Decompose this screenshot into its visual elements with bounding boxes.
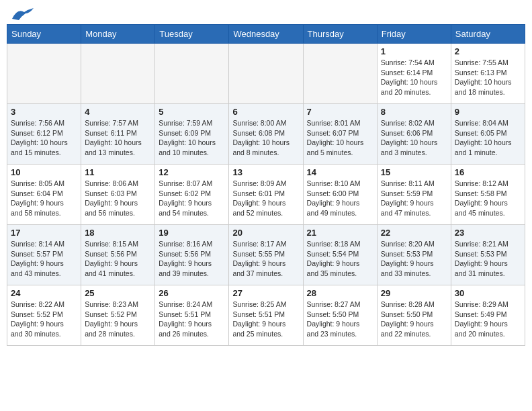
day-info: Sunrise: 8:01 AMSunset: 6:07 PMDaylight:… <box>307 118 373 158</box>
calendar-week-row: 24Sunrise: 8:22 AMSunset: 5:52 PMDayligh… <box>7 285 525 346</box>
calendar-table: SundayMondayTuesdayWednesdayThursdayFrid… <box>7 24 525 346</box>
day-number: 26 <box>159 288 225 298</box>
day-info: Sunrise: 8:16 AMSunset: 5:56 PMDaylight:… <box>159 239 225 279</box>
calendar-cell: 16Sunrise: 8:12 AMSunset: 5:58 PMDayligh… <box>451 165 525 225</box>
calendar-cell: 12Sunrise: 8:07 AMSunset: 6:02 PMDayligh… <box>155 165 229 225</box>
day-info: Sunrise: 8:07 AMSunset: 6:02 PMDaylight:… <box>159 179 225 218</box>
day-info: Sunrise: 8:02 AMSunset: 6:06 PMDaylight:… <box>381 118 447 158</box>
day-info: Sunrise: 7:55 AMSunset: 6:13 PMDaylight:… <box>455 58 521 97</box>
day-info: Sunrise: 8:15 AMSunset: 5:56 PMDaylight:… <box>85 239 151 279</box>
day-info: Sunrise: 8:00 AMSunset: 6:08 PMDaylight:… <box>232 118 299 158</box>
day-number: 6 <box>232 107 299 117</box>
day-number: 27 <box>232 288 299 298</box>
day-info: Sunrise: 7:54 AMSunset: 6:14 PMDaylight:… <box>381 58 447 97</box>
day-info: Sunrise: 8:25 AMSunset: 5:51 PMDaylight:… <box>232 300 299 339</box>
day-number: 15 <box>381 167 447 177</box>
calendar-cell: 22Sunrise: 8:20 AMSunset: 5:53 PMDayligh… <box>377 225 451 285</box>
calendar-cell: 1Sunrise: 7:54 AMSunset: 6:14 PMDaylight… <box>377 44 451 104</box>
calendar-cell: 11Sunrise: 8:06 AMSunset: 6:03 PMDayligh… <box>81 165 155 225</box>
calendar-week-row: 1Sunrise: 7:54 AMSunset: 6:14 PMDaylight… <box>7 44 525 104</box>
calendar-cell: 4Sunrise: 7:57 AMSunset: 6:11 PMDaylight… <box>81 104 155 165</box>
day-info: Sunrise: 7:56 AMSunset: 6:12 PMDaylight:… <box>11 118 77 158</box>
day-info: Sunrise: 8:22 AMSunset: 5:52 PMDaylight:… <box>11 300 77 339</box>
day-number: 21 <box>307 228 373 238</box>
day-number: 30 <box>455 288 521 298</box>
calendar-cell <box>155 44 229 104</box>
day-number: 13 <box>232 167 299 177</box>
day-info: Sunrise: 7:59 AMSunset: 6:09 PMDaylight:… <box>159 118 225 158</box>
calendar-cell: 10Sunrise: 8:05 AMSunset: 6:04 PMDayligh… <box>7 165 81 225</box>
calendar-cell: 29Sunrise: 8:28 AMSunset: 5:50 PMDayligh… <box>377 285 451 346</box>
day-number: 3 <box>11 107 77 117</box>
day-number: 5 <box>159 107 225 117</box>
day-number: 25 <box>85 288 151 298</box>
calendar-cell: 5Sunrise: 7:59 AMSunset: 6:09 PMDaylight… <box>155 104 229 165</box>
day-info: Sunrise: 8:09 AMSunset: 6:01 PMDaylight:… <box>232 179 299 218</box>
calendar-cell: 2Sunrise: 7:55 AMSunset: 6:13 PMDaylight… <box>451 44 525 104</box>
calendar-cell: 20Sunrise: 8:17 AMSunset: 5:55 PMDayligh… <box>229 225 303 285</box>
day-number: 8 <box>381 107 447 117</box>
calendar-cell <box>7 44 81 104</box>
day-number: 22 <box>381 228 447 238</box>
day-number: 20 <box>232 228 299 238</box>
day-info: Sunrise: 8:05 AMSunset: 6:04 PMDaylight:… <box>11 179 77 218</box>
day-number: 16 <box>455 167 521 177</box>
calendar-cell: 14Sunrise: 8:10 AMSunset: 6:00 PMDayligh… <box>303 165 377 225</box>
calendar-cell: 19Sunrise: 8:16 AMSunset: 5:56 PMDayligh… <box>155 225 229 285</box>
calendar-cell <box>81 44 155 104</box>
day-info: Sunrise: 8:27 AMSunset: 5:50 PMDaylight:… <box>307 300 373 339</box>
logo-bird-icon <box>11 7 35 21</box>
day-number: 7 <box>307 107 373 117</box>
calendar-week-row: 3Sunrise: 7:56 AMSunset: 6:12 PMDaylight… <box>7 104 525 165</box>
day-info: Sunrise: 8:12 AMSunset: 5:58 PMDaylight:… <box>455 179 521 218</box>
calendar-cell: 9Sunrise: 8:04 AMSunset: 6:05 PMDaylight… <box>451 104 525 165</box>
calendar-cell: 15Sunrise: 8:11 AMSunset: 5:59 PMDayligh… <box>377 165 451 225</box>
calendar-cell: 23Sunrise: 8:21 AMSunset: 5:53 PMDayligh… <box>451 225 525 285</box>
day-number: 12 <box>159 167 225 177</box>
day-info: Sunrise: 8:10 AMSunset: 6:00 PMDaylight:… <box>307 179 373 218</box>
day-info: Sunrise: 8:14 AMSunset: 5:57 PMDaylight:… <box>11 239 77 279</box>
day-info: Sunrise: 8:04 AMSunset: 6:05 PMDaylight:… <box>455 118 521 158</box>
page-header <box>7 7 525 19</box>
calendar-cell <box>229 44 303 104</box>
calendar-cell: 26Sunrise: 8:24 AMSunset: 5:51 PMDayligh… <box>155 285 229 346</box>
day-number: 1 <box>381 46 447 56</box>
day-of-week-header: Tuesday <box>155 25 229 44</box>
calendar-week-row: 10Sunrise: 8:05 AMSunset: 6:04 PMDayligh… <box>7 165 525 225</box>
calendar-cell <box>303 44 377 104</box>
calendar-cell: 30Sunrise: 8:29 AMSunset: 5:49 PMDayligh… <box>451 285 525 346</box>
day-of-week-header: Saturday <box>451 25 525 44</box>
day-number: 29 <box>381 288 447 298</box>
day-of-week-header: Thursday <box>303 25 377 44</box>
day-number: 28 <box>307 288 373 298</box>
day-number: 2 <box>455 46 521 56</box>
calendar-cell: 28Sunrise: 8:27 AMSunset: 5:50 PMDayligh… <box>303 285 377 346</box>
day-of-week-header: Wednesday <box>229 25 303 44</box>
calendar-cell: 21Sunrise: 8:18 AMSunset: 5:54 PMDayligh… <box>303 225 377 285</box>
day-info: Sunrise: 8:11 AMSunset: 5:59 PMDaylight:… <box>381 179 447 218</box>
day-of-week-header: Friday <box>377 25 451 44</box>
day-number: 18 <box>85 228 151 238</box>
calendar-cell: 13Sunrise: 8:09 AMSunset: 6:01 PMDayligh… <box>229 165 303 225</box>
calendar-cell: 27Sunrise: 8:25 AMSunset: 5:51 PMDayligh… <box>229 285 303 346</box>
day-info: Sunrise: 8:06 AMSunset: 6:03 PMDaylight:… <box>85 179 151 218</box>
calendar-cell: 24Sunrise: 8:22 AMSunset: 5:52 PMDayligh… <box>7 285 81 346</box>
day-info: Sunrise: 8:28 AMSunset: 5:50 PMDaylight:… <box>381 300 447 339</box>
day-number: 23 <box>455 228 521 238</box>
day-info: Sunrise: 8:24 AMSunset: 5:51 PMDaylight:… <box>159 300 225 339</box>
logo <box>9 7 35 19</box>
day-info: Sunrise: 8:21 AMSunset: 5:53 PMDaylight:… <box>455 239 521 279</box>
calendar-cell: 17Sunrise: 8:14 AMSunset: 5:57 PMDayligh… <box>7 225 81 285</box>
day-info: Sunrise: 8:29 AMSunset: 5:49 PMDaylight:… <box>455 300 521 339</box>
day-number: 14 <box>307 167 373 177</box>
day-info: Sunrise: 8:23 AMSunset: 5:52 PMDaylight:… <box>85 300 151 339</box>
day-number: 4 <box>85 107 151 117</box>
day-number: 11 <box>85 167 151 177</box>
day-number: 9 <box>455 107 521 117</box>
day-of-week-header: Monday <box>81 25 155 44</box>
calendar-cell: 8Sunrise: 8:02 AMSunset: 6:06 PMDaylight… <box>377 104 451 165</box>
day-number: 24 <box>11 288 77 298</box>
calendar-cell: 6Sunrise: 8:00 AMSunset: 6:08 PMDaylight… <box>229 104 303 165</box>
calendar-cell: 25Sunrise: 8:23 AMSunset: 5:52 PMDayligh… <box>81 285 155 346</box>
calendar-cell: 3Sunrise: 7:56 AMSunset: 6:12 PMDaylight… <box>7 104 81 165</box>
